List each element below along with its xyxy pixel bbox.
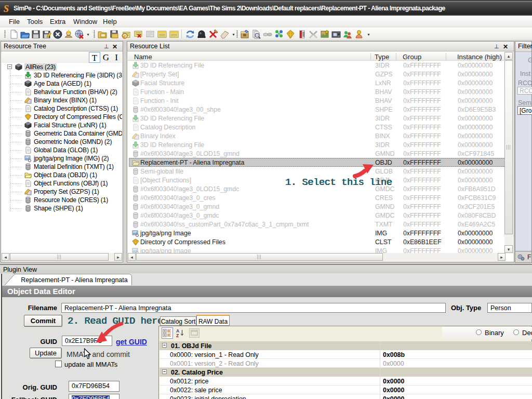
svg-text:Z: Z [176,333,179,338]
